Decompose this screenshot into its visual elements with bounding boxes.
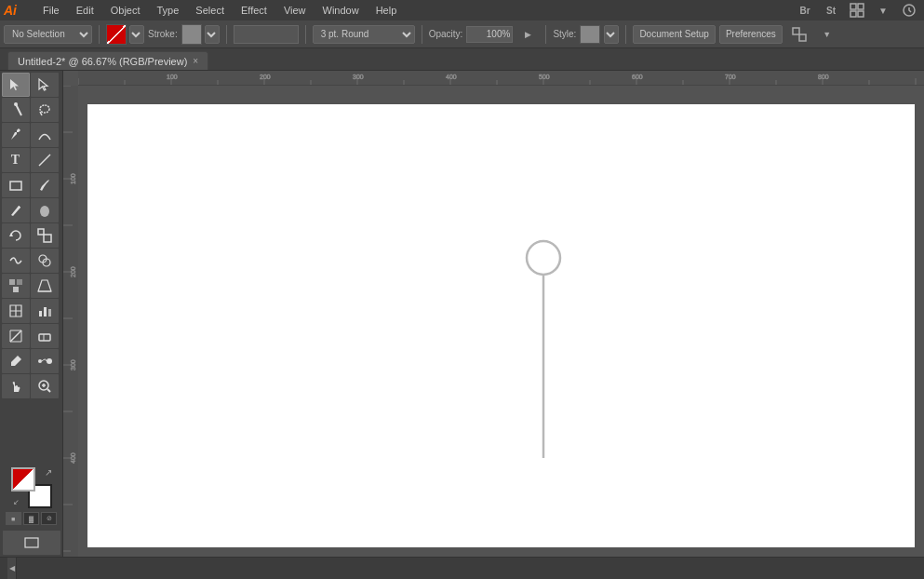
menu-type[interactable]: Type (150, 3, 187, 18)
arrange-icon[interactable] (786, 24, 812, 45)
menu-select[interactable]: Select (188, 3, 232, 18)
document-setup-button[interactable]: Document Setup (633, 25, 716, 44)
svg-text:700: 700 (725, 74, 736, 80)
change-screen-mode[interactable] (3, 531, 60, 555)
paintbrush-tool[interactable] (31, 173, 59, 197)
document-tab[interactable]: Untitled-2* @ 66.67% (RGB/Preview) × (7, 51, 208, 70)
style-swatch[interactable] (580, 25, 600, 44)
curvature-tool[interactable] (31, 123, 59, 147)
pencil-tool[interactable] (2, 198, 30, 222)
graph-tool[interactable] (31, 299, 59, 323)
slice-tool[interactable] (2, 324, 30, 348)
blob-brush-tool[interactable] (31, 198, 59, 222)
svg-text:400: 400 (446, 74, 457, 80)
bridge-icon[interactable]: Br (794, 0, 816, 20)
tool-row-3 (2, 123, 61, 147)
svg-text:600: 600 (632, 74, 643, 80)
menu-view[interactable]: View (276, 3, 314, 18)
tool-row-9 (2, 274, 61, 298)
toolbox: T (0, 71, 63, 557)
arrange-dropdown[interactable]: ▼ (816, 24, 838, 45)
tool-row-8 (2, 249, 61, 273)
pen-tool[interactable] (2, 123, 30, 147)
opacity-arrow[interactable]: ▶ (516, 24, 539, 45)
hand-tool[interactable] (2, 374, 30, 398)
mesh-tool[interactable] (2, 299, 30, 323)
fill-swatch[interactable] (106, 24, 127, 45)
vertical-ruler: 100 200 300 400 (63, 86, 78, 557)
stroke-color-swatch[interactable] (181, 24, 202, 45)
menu-edit[interactable]: Edit (69, 3, 101, 18)
collapse-arrow[interactable]: ◀ (7, 558, 17, 580)
top-right-icons: Br St ▼ (794, 0, 920, 20)
svg-point-33 (47, 358, 52, 364)
menu-object[interactable]: Object (103, 3, 148, 18)
tab-title: Untitled-2* @ 66.67% (RGB/Preview) (18, 56, 187, 67)
workspace-icon[interactable] (846, 0, 868, 20)
svg-line-35 (47, 389, 50, 392)
rotate-tool[interactable] (2, 223, 30, 248)
lasso-tool[interactable] (31, 98, 59, 122)
blend-tool[interactable] (31, 349, 59, 373)
brush-select[interactable]: 3 pt. Round (313, 25, 415, 44)
live-paint-tool[interactable] (2, 274, 30, 298)
workspace-dropdown[interactable]: ▼ (872, 0, 894, 20)
style-select[interactable]: ▼ (604, 25, 619, 44)
menu-window[interactable]: Window (315, 3, 367, 18)
menu-file[interactable]: File (35, 3, 67, 18)
tool-row-5 (2, 173, 61, 197)
zoom-tool[interactable] (31, 374, 59, 398)
swap-colors-icon[interactable]: ↗ (45, 467, 52, 478)
eraser-tool[interactable] (31, 324, 59, 348)
shape-builder-tool[interactable] (31, 249, 59, 273)
canvas-area[interactable]: 100 200 300 400 500 600 700 800 (63, 71, 924, 557)
fill-select[interactable]: ▼ (129, 25, 144, 44)
perspective-tool[interactable] (31, 274, 59, 298)
none-mode-icon[interactable]: ⊘ (41, 512, 57, 525)
line-tool[interactable] (31, 148, 59, 172)
svg-line-29 (10, 330, 21, 342)
opacity-input[interactable] (466, 26, 513, 43)
tool-row-10 (2, 299, 61, 323)
svg-point-83 (527, 241, 560, 275)
svg-text:100: 100 (167, 74, 178, 80)
preferences-button[interactable]: Preferences (719, 25, 783, 44)
canvas-wrapper[interactable] (78, 86, 924, 557)
selection-tool[interactable] (2, 73, 30, 97)
scale-tool[interactable] (31, 223, 59, 248)
sep1 (99, 25, 100, 44)
svg-rect-3 (858, 11, 864, 17)
svg-text:100: 100 (70, 173, 76, 184)
gradient-mode-icon[interactable]: ▓ (23, 512, 39, 525)
svg-point-11 (40, 105, 49, 113)
stock-icon[interactable]: St (820, 0, 842, 20)
svg-text:200: 200 (70, 266, 76, 277)
svg-rect-2 (850, 11, 856, 17)
svg-line-9 (16, 104, 21, 115)
tab-close-button[interactable]: × (193, 56, 198, 66)
sep3 (305, 25, 306, 44)
tool-row-13 (2, 374, 61, 398)
eyedropper-tool[interactable] (2, 349, 30, 373)
no-selection-select[interactable]: No Selection (4, 25, 92, 44)
direct-select-tool[interactable] (31, 73, 59, 97)
stroke-select[interactable]: ▼ (205, 25, 220, 44)
extras-icon[interactable] (898, 0, 920, 20)
tool-row-12 (2, 349, 61, 373)
svg-line-6 (107, 25, 126, 44)
magic-wand-tool[interactable] (2, 98, 30, 122)
svg-point-10 (14, 102, 18, 106)
toolbar: No Selection ▼ Stroke: ▼ 3 pt. Round (0, 20, 924, 48)
svg-text:300: 300 (353, 74, 364, 80)
menu-effect[interactable]: Effect (234, 3, 275, 18)
color-mode-icon[interactable]: ■ (6, 512, 21, 525)
menu-help[interactable]: Help (368, 3, 405, 18)
text-tool[interactable]: T (2, 148, 30, 172)
warp-tool[interactable] (2, 249, 30, 273)
svg-rect-28 (48, 309, 51, 316)
foreground-color[interactable] (11, 467, 35, 491)
reset-colors-icon[interactable]: ↙ (13, 498, 20, 506)
rectangle-tool[interactable] (2, 173, 30, 197)
svg-rect-1 (858, 4, 864, 9)
svg-rect-38 (25, 538, 38, 547)
